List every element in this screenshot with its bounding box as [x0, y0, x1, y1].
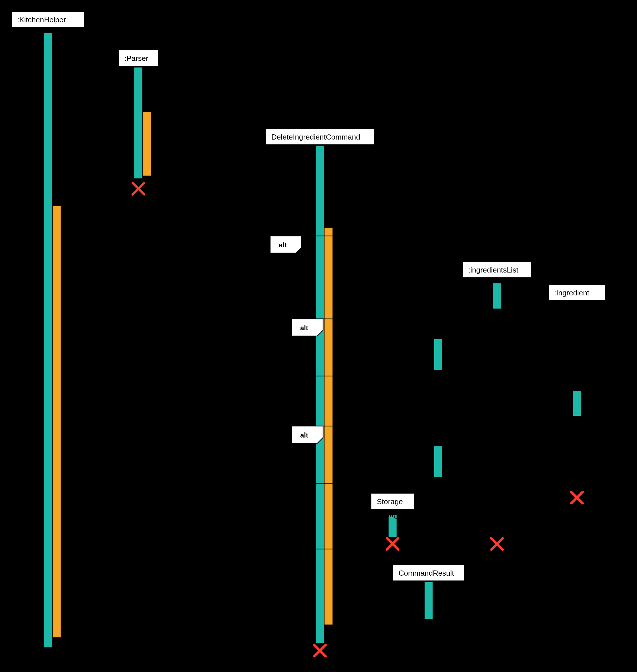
svg-text:Storage: Storage [377, 497, 403, 506]
msg-delete-ingredient: deleteIngredient() [333, 443, 433, 452]
msg-prepare-delete-ingredient: prepareDeleteIngredient() [143, 102, 237, 113]
msg-command-return2: Command [54, 169, 134, 179]
parser-lifeline: :Parser [119, 50, 158, 189]
msg-delete-by-index: deleteIngredientByIndex() [324, 225, 419, 235]
msg-get: get() [333, 278, 491, 288]
msg-feedback-2: feedbackToUser [334, 463, 434, 472]
delete-ingredient-command-lifeline: DeleteIngredientCommand [266, 129, 374, 652]
svg-text:executeCommand(): executeCommand() [149, 216, 213, 224]
msg-cmd-result-2: cmdResult [62, 625, 316, 634]
ingredient-lifeline: :Ingredient [548, 285, 605, 497]
svg-rect-19 [316, 146, 324, 643]
svg-text:prepareDeleteIngredient(): prepareDeleteIngredient() [154, 102, 237, 110]
svg-text:execute(): execute() [57, 195, 87, 202]
svg-text:feedbackToUser: feedbackToUser [359, 356, 408, 364]
svg-text:Parser(): Parser() [59, 41, 85, 49]
svg-text:cmdResult: cmdResult [162, 625, 197, 633]
svg-text:get(): get() [403, 278, 417, 286]
svg-text:deleteIngredientByIndex(): deleteIngredientByIndex() [335, 225, 419, 233]
svg-text::ingredientsList: :ingredientsList [468, 266, 518, 274]
svg-text::Ingredient: :Ingredient [554, 289, 589, 297]
svg-text:Command: Command [212, 150, 245, 158]
svg-text:Command: Command [72, 169, 105, 177]
msg-parse-user-command: parseUserCommand() [52, 92, 133, 102]
svg-text:alt: alt [300, 431, 308, 439]
svg-text:parseUserCommand(): parseUserCommand() [57, 92, 129, 100]
svg-text::KitchenHelper: :KitchenHelper [17, 15, 66, 24]
svg-text:alt: alt [279, 241, 287, 249]
svg-rect-64 [434, 446, 442, 477]
svg-rect-4 [52, 206, 61, 638]
svg-text:cmdResult: cmdResult [363, 603, 398, 611]
svg-rect-9 [143, 111, 151, 176]
command-result-lifeline: CommandResult [393, 565, 464, 652]
svg-text:deleteIngredient(): deleteIngredient() [355, 443, 409, 451]
msg-delete-quantity: deleteQuantity() [333, 336, 433, 345]
svg-text:feedbackToUser: feedbackToUser [359, 463, 408, 471]
kitchen-helper-lifeline: :KitchenHelper [12, 12, 85, 652]
svg-text:ingredientIndex > -1 &&: ingredientIndex > -1 && [338, 238, 414, 246]
svg-text:getQuantity(): getQuantity() [432, 387, 471, 395]
svg-text:CommandResult(): CommandResult() [335, 557, 394, 564]
svg-text:deleteQuantity(): deleteQuantity() [358, 336, 406, 344]
msg-quantity: quantity [334, 403, 573, 413]
dic-destroy-icon [314, 645, 326, 656]
msg-ingredient-to-delete: ingredientToDelete [334, 298, 493, 307]
svg-text:CommandResult: CommandResult [399, 569, 454, 577]
msg-execute: execute() [52, 195, 87, 207]
svg-rect-3 [44, 33, 52, 648]
msg-get-quantity: getQuantity() [333, 387, 571, 396]
msg-cmd-result-1: cmdResult [334, 603, 424, 613]
svg-text:[ quantity != null ]: [ quantity != null ] [338, 324, 395, 332]
svg-rect-44 [573, 391, 581, 416]
svg-rect-8 [134, 67, 143, 179]
msg-feedback-1: feedbackToUser [334, 356, 434, 365]
ingredients-list-lifeline: :ingredientsList [462, 262, 531, 543]
msg-dic-ctor: DeleteIngredientCommand() [151, 120, 264, 137]
svg-text:ingredientIndex < ingredientsL: ingredientIndex < ingredientsList.size() [338, 248, 465, 256]
svg-text:saveIngredientData(): saveIngredientData() [334, 511, 398, 519]
svg-text:DeleteIngredientCommand(): DeleteIngredientCommand() [157, 120, 249, 127]
svg-text:DeleteIngredientCommand: DeleteIngredientCommand [271, 133, 360, 141]
msg-execute-command: executeCommand() [61, 216, 314, 224]
svg-text:[ ingredientQuantity == 0 || q: [ ingredientQuantity == 0 || quantity ==… [338, 431, 481, 439]
svg-rect-85 [424, 582, 433, 619]
msg-command-return1: Command [153, 150, 316, 159]
svg-text:alt: alt [300, 324, 308, 332]
svg-text:quantity: quantity [437, 403, 461, 411]
msg-command-result-ctor: CommandResult() [333, 557, 394, 573]
svg-text:ingredientToDelete: ingredientToDelete [380, 298, 437, 305]
svg-text::Parser: :Parser [124, 54, 148, 62]
svg-rect-40 [493, 283, 501, 309]
sequence-diagram: :KitchenHelper :Parser Parser() parseUse… [6, 6, 637, 672]
storage-destroy-icon [387, 538, 398, 550]
svg-rect-52 [434, 339, 442, 370]
parser-destroy-icon [133, 183, 144, 195]
